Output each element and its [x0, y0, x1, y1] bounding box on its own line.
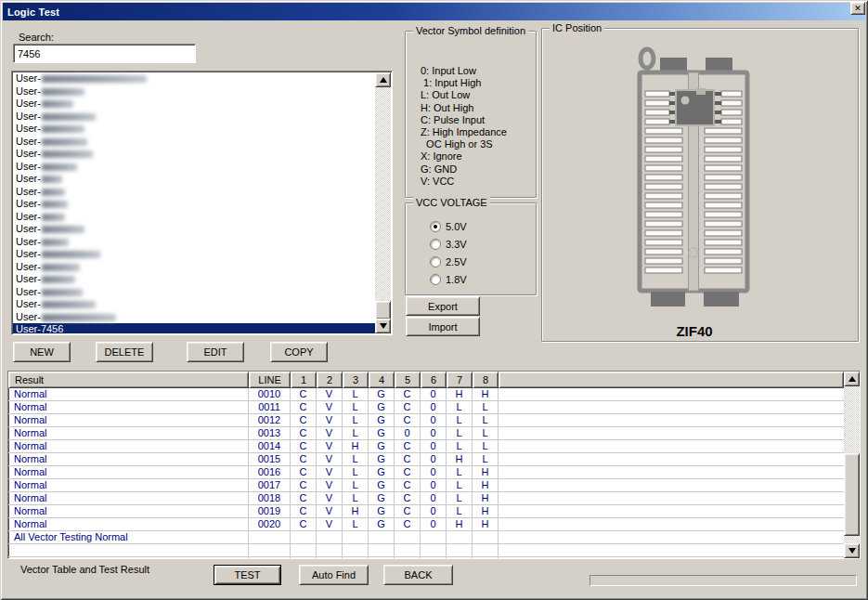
- vcc-option-5.0V[interactable]: 5.0V: [430, 220, 467, 233]
- table-row[interactable]: Normal0020CVLGC0HH: [8, 518, 844, 531]
- column-header-filler: [499, 372, 844, 388]
- filler-cell: [499, 479, 844, 492]
- table-row[interactable]: All Vector Testing Normal: [8, 531, 844, 544]
- list-item[interactable]: User-: [13, 136, 375, 149]
- list-item[interactable]: User-: [13, 298, 375, 311]
- list-item[interactable]: User-: [13, 286, 375, 299]
- table-scroll-up-button[interactable]: [844, 372, 860, 386]
- list-item[interactable]: User-7456: [13, 323, 375, 333]
- vcc-option-1.8V[interactable]: 1.8V: [430, 273, 467, 286]
- pin-cell: C: [395, 518, 421, 531]
- scroll-up-button[interactable]: [375, 72, 391, 87]
- list-item[interactable]: User-: [13, 311, 375, 324]
- line-cell: 0014: [249, 440, 291, 453]
- line-cell: 0017: [249, 479, 291, 492]
- list-item[interactable]: User-: [13, 98, 375, 111]
- table-scrollbar-thumb[interactable]: [844, 453, 860, 536]
- column-header-1[interactable]: 1: [291, 372, 317, 388]
- table-row[interactable]: Normal0016CVLGC0LH: [8, 466, 844, 479]
- column-header-line[interactable]: LINE: [249, 372, 291, 388]
- result-table[interactable]: ResultLINE12345678 Normal0010CVLGC0HHNor…: [7, 371, 861, 559]
- edit-button[interactable]: EDIT: [187, 342, 244, 362]
- radio-icon[interactable]: [430, 221, 441, 232]
- vcc-option-3.3V[interactable]: 3.3V: [430, 238, 467, 251]
- vcc-option-label: 5.0V: [446, 221, 467, 232]
- column-header-7[interactable]: 7: [447, 372, 473, 388]
- table-row[interactable]: Normal0014CVHGC0LL: [8, 440, 844, 453]
- list-item[interactable]: User-: [13, 223, 375, 236]
- redacted-text: [42, 251, 100, 258]
- search-input[interactable]: [13, 44, 196, 63]
- list-item-label: User-: [16, 85, 41, 97]
- filler-cell: [499, 557, 844, 558]
- pin-cell: L: [473, 453, 499, 466]
- list-item[interactable]: User-: [13, 123, 375, 136]
- redacted-text: [42, 214, 65, 221]
- list-item[interactable]: User-: [13, 236, 375, 249]
- list-item[interactable]: User-: [13, 161, 375, 174]
- list-item[interactable]: User-: [13, 211, 375, 224]
- list-item[interactable]: User-: [13, 148, 375, 161]
- list-item[interactable]: User-: [13, 248, 375, 261]
- column-header-8[interactable]: 8: [473, 372, 499, 388]
- socket-lever-icon: [641, 49, 654, 68]
- pin-cell: [447, 557, 473, 558]
- radio-icon[interactable]: [430, 239, 441, 250]
- list-item[interactable]: User-: [13, 198, 375, 211]
- table-row[interactable]: Normal0017CVLGC0LH: [8, 479, 844, 492]
- list-item[interactable]: User-: [13, 273, 375, 286]
- table-scrollbar[interactable]: [844, 372, 860, 558]
- result-cell: Normal: [8, 388, 249, 401]
- list-item-label: User-: [16, 198, 41, 209]
- result-table-header[interactable]: ResultLINE12345678: [8, 372, 844, 388]
- pin-cell: V: [317, 466, 343, 479]
- table-row[interactable]: [8, 544, 844, 557]
- new-button[interactable]: NEW: [13, 342, 71, 362]
- table-row[interactable]: Normal0011CVLGC0LL: [8, 401, 844, 414]
- column-header-6[interactable]: 6: [421, 372, 447, 388]
- list-item[interactable]: User-: [13, 85, 375, 98]
- back-button[interactable]: BACK: [383, 565, 453, 585]
- pin-cell: [473, 544, 499, 557]
- list-item[interactable]: User-: [13, 72, 375, 85]
- column-header-3[interactable]: 3: [343, 372, 369, 388]
- table-row[interactable]: Normal0018CVLGC0LH: [8, 492, 844, 505]
- radio-icon[interactable]: [430, 274, 441, 285]
- list-scrollbar[interactable]: [375, 72, 391, 333]
- close-button[interactable]: ✕: [850, 2, 865, 15]
- column-header-4[interactable]: 4: [369, 372, 395, 388]
- table-row[interactable]: Normal0012CVLGC0LL: [8, 414, 844, 427]
- list-item[interactable]: User-: [13, 261, 375, 274]
- list-item[interactable]: User-: [13, 186, 375, 199]
- export-button[interactable]: Export: [406, 296, 480, 316]
- column-header-5[interactable]: 5: [395, 372, 421, 388]
- line-cell: 0015: [249, 453, 291, 466]
- column-header-result[interactable]: Result: [8, 372, 249, 388]
- import-button[interactable]: Import: [406, 317, 480, 336]
- scrollbar-thumb[interactable]: [375, 301, 391, 320]
- pin-cell: L: [447, 505, 473, 518]
- list-item[interactable]: User-: [13, 173, 375, 186]
- table-scroll-down-button[interactable]: [844, 543, 860, 558]
- list-item-label: User-: [16, 223, 41, 234]
- table-row[interactable]: [8, 557, 844, 558]
- delete-button[interactable]: DELETE: [96, 342, 153, 362]
- vcc-option-2.5V[interactable]: 2.5V: [430, 255, 467, 268]
- redacted-text: [42, 75, 147, 83]
- auto-find-button[interactable]: Auto Find: [299, 565, 369, 585]
- table-row[interactable]: Normal0015CVLGC0HL: [8, 453, 844, 466]
- user-listbox[interactable]: User-User-User-User-User-User-User-User-…: [11, 71, 393, 335]
- pin-cell: L: [447, 414, 473, 427]
- list-item[interactable]: User-: [13, 111, 375, 124]
- titlebar[interactable]: Logic Test: [3, 3, 865, 20]
- table-row[interactable]: Normal0019CVHGC0LH: [8, 505, 844, 518]
- copy-button[interactable]: COPY: [270, 342, 328, 362]
- pin-cell: C: [291, 414, 317, 427]
- radio-icon[interactable]: [430, 256, 441, 267]
- scroll-down-button[interactable]: [375, 319, 391, 333]
- table-row[interactable]: Normal0013CVLG00LL: [8, 427, 844, 440]
- pin-cell: 0: [421, 466, 447, 479]
- table-row[interactable]: Normal0010CVLGC0HH: [8, 388, 844, 401]
- column-header-2[interactable]: 2: [317, 372, 343, 388]
- test-button[interactable]: TEST: [214, 565, 281, 585]
